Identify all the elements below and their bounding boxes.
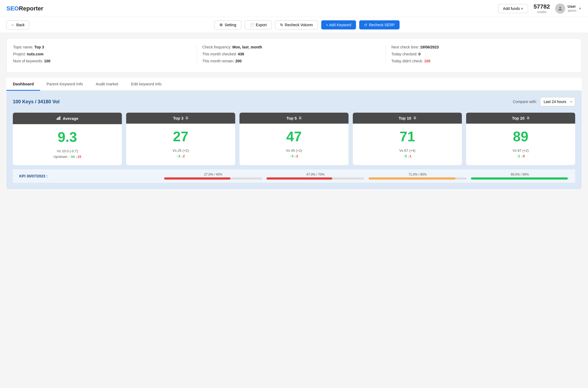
this-month-checked-value: 439 [238,52,244,56]
logo-reporter: Reporter [19,5,43,12]
top3-down: ↓2 [181,154,185,158]
top10-vs: Vs 67 (+4) [357,149,458,153]
avatar [555,3,565,14]
card-body-top10: 71 Vs 67 (+4) ↑5 ↓1 [353,124,462,165]
card-body-average: 9.3 Vs 10.0 (-0.7) Up/down: ↑34 ↓15 [13,124,122,165]
top5-number: 47 [244,129,344,144]
metric-cards-row: Average 9.3 Vs 10.0 (-0.7) Up/down: ↑34 … [13,113,575,165]
num-keywords-label: Num of keywords: [13,59,43,63]
info-section-2: Check frequency: Mon, last_month This mo… [197,45,386,66]
card-body-top3: 27 Vs 25 (+2) ↑4 ↓2 [126,124,235,165]
export-button[interactable]: 📄 Export [245,20,272,29]
kpi-fill-top5 [266,177,332,180]
next-check-label: Next check time: [391,45,419,49]
this-month-remain-row: This month remain: 200 [202,59,381,63]
today-checked-value: 0 [419,52,421,56]
recheck-serp-button[interactable]: ↺ Recheck SERP [359,20,399,29]
today-didnt-value: 100 [424,59,430,63]
kpi-label: KPI 30/07/2023 : [19,174,62,178]
refresh-icon: ↻ [280,23,283,27]
svg-point-0 [559,6,561,8]
compare-label: Compare with: [513,100,537,104]
recheck-volume-button[interactable]: ↻ Recheck Volumn [275,20,318,29]
kpi-bar-top3: 27.0% / 40% [164,173,262,180]
toolbar-center: ⚙ Setting 📄 Export ↻ Recheck Volumn + Ad… [32,20,582,29]
tab-dashboard[interactable]: Dashboard [6,78,40,91]
gear-icon: ⚙ [219,23,223,27]
filter-icon-top20: ☰ [527,116,529,120]
kpi-bar-top10: 71.0% / 80% [369,173,466,180]
info-section-3: Next check time: 19/06/2023 Today checke… [386,45,575,66]
card-header-top10: Top 10 ☰ [353,113,462,124]
top3-vs: Vs 25 (+2) [130,149,231,153]
metric-card-average: Average 9.3 Vs 10.0 (-0.7) Up/down: ↑34 … [13,113,122,165]
compare-block: Compare with: Last 24 hours Last 7 days … [513,97,575,106]
kpi-fill-top10 [369,177,455,180]
project-row: Project: nuts.com [13,52,191,56]
compare-select[interactable]: Last 24 hours Last 7 days Last 30 days [540,97,575,106]
chevron-down-icon: ▼ [578,7,582,10]
add-funds-button[interactable]: Add funds + [498,4,528,13]
filter-icon-top10: ☰ [413,116,416,120]
keys-vol: 100 Keys / 34180 Vol [13,99,60,105]
this-month-checked-label: This month checked: [202,52,237,56]
kpi-fill-top3 [164,177,230,180]
today-checked-row: Today checked: 0 [391,52,570,56]
top10-number: 71 [357,129,458,144]
tab-audit-market[interactable]: Audit market [89,78,125,91]
next-check-row: Next check time: 19/06/2023 [391,45,570,49]
dashboard-header: 100 Keys / 34180 Vol Compare with: Last … [13,97,575,106]
check-freq-label: Check frequency: [202,45,231,49]
compare-select-wrapper: Last 24 hours Last 7 days Last 30 days [540,97,575,106]
today-didnt-label: Today didn't check: [391,59,423,63]
topic-name-label: Topic name: [13,45,33,49]
average-up: ↑34 [69,155,75,159]
top3-updown: ↑4 ↓2 [130,154,231,158]
setting-label: Setting [225,23,236,27]
kpi-fill-top20 [471,177,568,180]
average-updown: Up/down: ↑34 ↓15 [17,155,118,159]
topic-name-value: Top 3 [34,45,44,49]
kpi-progress-top5 [266,177,364,180]
top3-number: 27 [130,129,231,144]
user-block[interactable]: User admin ▼ [555,3,582,14]
metric-card-top10: Top 10 ☰ 71 Vs 67 (+4) ↑5 ↓1 [353,113,462,165]
top5-vs: Vs 45 (+2) [244,149,344,153]
top5-updown: ↑4 ↓2 [244,154,344,158]
tabs-container: Dashboard Parent Keyword Info Audit mark… [6,78,582,91]
card-header-top20: Top 20 ☰ [466,113,575,124]
user-role: admin [567,9,576,13]
top20-down: ↓0 [521,154,525,158]
recheck-volume-label: Recheck Volumn [285,23,313,27]
add-keyword-button[interactable]: + Add Keyword [321,20,356,29]
back-button[interactable]: ← Back [6,20,29,29]
top20-label: Top 20 [512,116,524,120]
sync-icon: ↺ [364,23,367,27]
top3-label: Top 3 [173,116,184,120]
filter-icon-top3: ☰ [185,116,188,120]
credits-label: credits [533,10,550,14]
header-right: Add funds + 57782 credits User admin ▼ [498,3,582,14]
project-label: Project: [13,52,26,56]
top10-up: ↑5 [403,154,407,158]
header: SEOReporter Add funds + 57782 credits Us… [0,0,588,17]
kpi-percent-top5: 47.0% / 70% [306,173,324,176]
today-checked-label: Today checked: [391,52,417,56]
toolbar: ← Back ⚙ Setting 📄 Export ↻ Recheck Volu… [0,17,588,33]
tab-parent-keyword[interactable]: Parent Keyword Info [40,78,89,91]
svg-rect-1 [57,118,57,120]
top5-down: ↓2 [295,154,298,158]
today-didnt-row: Today didn't check: 100 [391,59,570,63]
metric-card-top5: Top 5 ☰ 47 Vs 45 (+2) ↑4 ↓2 [239,113,349,165]
check-freq-value: Mon, last_month [233,45,262,49]
card-body-top5: 47 Vs 45 (+2) ↑4 ↓2 [239,124,349,165]
add-keyword-label: + Add Keyword [326,23,351,27]
kpi-progress-top10 [369,177,466,180]
this-month-remain-label: This month remain: [202,59,234,63]
top10-label: Top 10 [399,116,411,120]
setting-button[interactable]: ⚙ Setting [214,20,241,29]
user-icon [557,6,563,12]
svg-rect-4 [60,116,60,120]
tab-edit-keyword[interactable]: Edit keyword info [125,78,168,91]
kpi-progress-top3 [164,177,262,180]
